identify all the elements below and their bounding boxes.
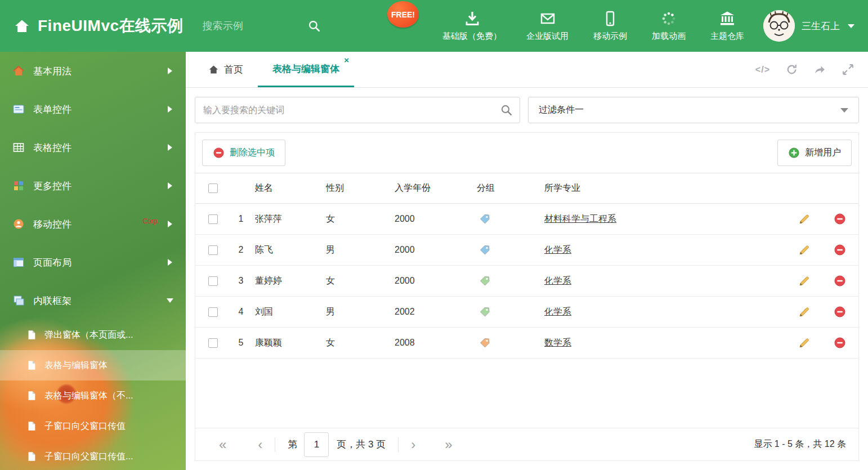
- top-header: FineUIMvc在线示例 FREE! 基础版（免费） 企业版试用 移动示例 加…: [0, 0, 868, 52]
- column-gender: 性别: [326, 182, 395, 194]
- row-checkbox[interactable]: [208, 245, 218, 255]
- mail-icon: [539, 10, 556, 27]
- nav-enterprise-trial[interactable]: 企业版试用: [526, 10, 569, 42]
- tag-icon: [479, 244, 491, 256]
- row-index: 3: [227, 276, 255, 286]
- tab-grid-edit-window[interactable]: 表格与编辑窗体 ×: [258, 52, 354, 87]
- free-badge: FREE!: [387, 1, 419, 28]
- app-title: FineUIMvc在线示例: [38, 15, 184, 37]
- file-icon: [26, 360, 37, 371]
- delete-icon[interactable]: [834, 244, 846, 256]
- chevron-down-icon: [848, 24, 854, 28]
- row-index: 2: [227, 245, 255, 255]
- major-link[interactable]: 化学系: [544, 245, 571, 254]
- delete-icon[interactable]: [834, 275, 846, 287]
- home-icon: [208, 64, 219, 75]
- chevron-down-icon: [840, 108, 848, 113]
- edit-icon[interactable]: [798, 275, 811, 287]
- sidebar-item-grid-controls[interactable]: 表格控件: [0, 128, 186, 167]
- filter-dropdown[interactable]: 过滤条件一: [528, 97, 859, 123]
- major-link[interactable]: 化学系: [544, 307, 571, 316]
- file-icon: [26, 390, 37, 401]
- sidebar-item-iframe[interactable]: 内联框架: [0, 281, 186, 320]
- cell-name: 张萍萍: [255, 213, 326, 225]
- close-icon[interactable]: ×: [344, 56, 349, 64]
- file-icon: [26, 451, 37, 462]
- delete-icon[interactable]: [834, 213, 846, 225]
- row-checkbox[interactable]: [208, 276, 218, 286]
- row-index: 4: [227, 307, 255, 317]
- header-search-input[interactable]: [203, 20, 287, 32]
- cell-year: 2008: [395, 338, 477, 348]
- data-grid: 姓名 性别 入学年份 分组 所学专业 1 张萍萍 女 2000 材料科学与工: [195, 173, 858, 460]
- sidebar-item-form-controls[interactable]: 表单控件: [0, 90, 186, 128]
- brand[interactable]: FineUIMvc在线示例: [14, 15, 184, 37]
- tag-shape: [481, 245, 490, 254]
- home-icon: [12, 65, 25, 77]
- page-number-input[interactable]: [304, 432, 329, 457]
- delete-selected-button[interactable]: 删除选中项: [202, 140, 285, 166]
- select-all-checkbox[interactable]: [208, 183, 218, 193]
- open-new-window-icon[interactable]: [813, 63, 826, 76]
- row-checkbox[interactable]: [208, 338, 218, 348]
- plus-circle-icon: [788, 147, 800, 159]
- chevron-right-icon: [168, 259, 172, 266]
- sidebar-subitem-grid-edit-window[interactable]: 表格与编辑窗体: [0, 350, 186, 381]
- edit-icon[interactable]: [798, 213, 811, 225]
- maximize-icon[interactable]: [842, 63, 854, 76]
- search-icon[interactable]: [307, 19, 321, 33]
- nav-theme-repo[interactable]: 主题仓库: [710, 10, 744, 42]
- user-menu[interactable]: 三生石上: [763, 10, 854, 42]
- add-user-button[interactable]: 新增用户: [777, 140, 852, 166]
- first-page-button[interactable]: «: [219, 438, 226, 451]
- sidebar-item-mobile-controls[interactable]: 移动控件 Corp.: [0, 205, 186, 243]
- chevron-down-icon: [167, 298, 173, 303]
- table-row: 4 刘国 男 2002 化学系: [195, 297, 858, 328]
- main-content: 首页 表格与编辑窗体 × </> 过滤条件一: [186, 52, 868, 470]
- corp-badge: Corp.: [143, 217, 159, 225]
- file-icon: [26, 329, 37, 341]
- sidebar-subitem-grid-edit-window-2[interactable]: 表格与编辑窗体（不...: [0, 381, 186, 411]
- tab-bar: 首页 表格与编辑窗体 × </>: [186, 52, 868, 88]
- record-summary: 显示 1 - 5 条，共 12 条: [754, 438, 846, 450]
- sidebar-item-page-layout[interactable]: 页面布局: [0, 243, 186, 281]
- major-link[interactable]: 数学系: [544, 338, 571, 347]
- tag-icon: [479, 213, 491, 225]
- search-icon[interactable]: [500, 104, 513, 117]
- sidebar-subitem-child-to-parent-2[interactable]: 子窗口向父窗口传值...: [0, 441, 186, 470]
- header-search: [203, 19, 321, 33]
- major-link[interactable]: 化学系: [544, 276, 571, 285]
- refresh-icon[interactable]: [785, 63, 798, 76]
- edit-icon[interactable]: [798, 244, 811, 256]
- tag-shape: [481, 338, 490, 347]
- cell-name: 康颖颖: [255, 337, 326, 349]
- tab-actions: </>: [755, 52, 868, 87]
- chevron-right-icon: [168, 68, 172, 74]
- nav-loading-animation[interactable]: 加载动画: [652, 10, 686, 42]
- delete-icon[interactable]: [834, 337, 846, 349]
- delete-icon[interactable]: [834, 306, 846, 318]
- row-checkbox[interactable]: [208, 214, 218, 224]
- prev-page-button[interactable]: ‹: [258, 438, 262, 451]
- cell-name: 董婷婷: [255, 275, 326, 287]
- sidebar-item-more-controls[interactable]: 更多控件: [0, 167, 186, 205]
- cell-year: 2000: [395, 245, 477, 255]
- view-source-icon[interactable]: </>: [755, 65, 770, 75]
- cell-name: 刘国: [255, 306, 326, 318]
- row-checkbox[interactable]: [208, 307, 218, 317]
- sidebar-subitem-popup-window[interactable]: 弹出窗体（本页面或...: [0, 320, 186, 350]
- keyword-search-input[interactable]: [195, 97, 520, 123]
- filter-row: 过滤条件一: [186, 88, 868, 132]
- tab-home[interactable]: 首页: [194, 52, 258, 87]
- edit-icon[interactable]: [798, 306, 811, 318]
- major-link[interactable]: 材料科学与工程系: [544, 214, 616, 223]
- sidebar-item-basic-usage[interactable]: 基本用法: [0, 52, 186, 90]
- last-page-button[interactable]: »: [445, 438, 452, 451]
- next-page-button[interactable]: ›: [411, 438, 415, 451]
- nav-basic-edition[interactable]: 基础版（免费）: [442, 10, 502, 42]
- edit-icon[interactable]: [798, 337, 811, 349]
- grid-panel: 删除选中项 新增用户 姓名 性别 入学年份 分组 所学专业: [195, 132, 859, 461]
- sidebar-subitem-child-to-parent[interactable]: 子窗口向父窗口传值: [0, 411, 186, 441]
- column-major: 所学专业: [544, 182, 788, 194]
- nav-mobile-demo[interactable]: 移动示例: [593, 10, 627, 42]
